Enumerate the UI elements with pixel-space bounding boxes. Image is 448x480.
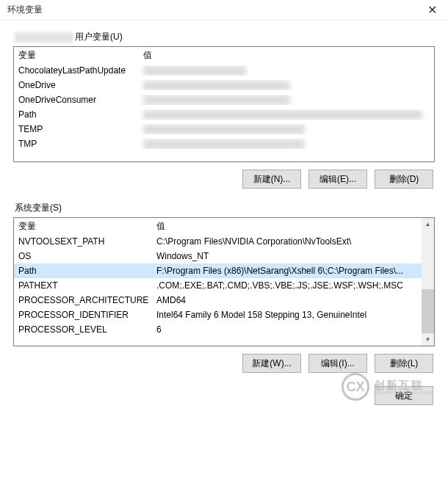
variable-name: Path: [14, 109, 139, 120]
close-icon: ✕: [427, 3, 437, 17]
blurred-value: [143, 110, 422, 120]
variable-name: OneDriveConsumer: [14, 95, 139, 105]
user-variables-label: 用户变量(U): [13, 31, 435, 43]
system-variables-group: 系统变量(S) 变量 值 NVTOOLSEXT_PATHC:\Program F…: [13, 202, 435, 373]
table-row[interactable]: TMP: [14, 137, 434, 151]
table-row[interactable]: OneDriveConsumer: [14, 92, 434, 107]
table-row[interactable]: Path: [14, 107, 434, 122]
variable-name: PROCESSOR_ARCHITECTURE: [14, 295, 152, 305]
system-list-body: NVTOOLSEXT_PATHC:\Program Files\NVIDIA C…: [14, 234, 422, 337]
system-header-value[interactable]: 值: [152, 218, 422, 234]
dialog-footer: 确定 CX 创新互联 CHUANG XIN HU LIAN: [13, 386, 435, 405]
variable-name: PROCESSOR_LEVEL: [14, 324, 152, 335]
variable-name: OS: [14, 251, 152, 261]
table-row[interactable]: OneDrive: [14, 78, 434, 92]
variable-value: [139, 124, 434, 134]
table-row[interactable]: NVTOOLSEXT_PATHC:\Program Files\NVIDIA C…: [14, 234, 422, 249]
variable-value: Windows_NT: [152, 251, 422, 261]
scroll-down-icon[interactable]: ▼: [422, 333, 434, 346]
table-row[interactable]: ChocolateyLastPathUpdate: [14, 63, 434, 78]
table-row[interactable]: TEMP: [14, 122, 434, 137]
user-delete-button[interactable]: 删除(D): [375, 170, 433, 189]
variable-name: Path: [14, 266, 152, 276]
blurred-value: [143, 125, 305, 134]
variable-name: NVTOOLSEXT_PATH: [14, 236, 152, 247]
user-list-header: 变量 值: [14, 47, 434, 63]
close-button[interactable]: ✕: [416, 0, 448, 21]
window-title: 环境变量: [7, 4, 43, 16]
blurred-value: [143, 95, 290, 105]
variable-value: F:\Program Files (x86)\NetSarang\Xshell …: [152, 266, 422, 276]
system-scrollbar[interactable]: ▲ ▼: [422, 218, 434, 346]
table-row[interactable]: PROCESSOR_IDENTIFIERIntel64 Family 6 Mod…: [14, 308, 422, 322]
table-row[interactable]: PROCESSOR_ARCHITECTUREAMD64: [14, 293, 422, 308]
system-variables-label: 系统变量(S): [13, 202, 435, 214]
system-edit-button[interactable]: 编辑(I)...: [308, 354, 367, 373]
table-row[interactable]: PATHEXT.COM;.EXE;.BAT;.CMD;.VBS;.VBE;.JS…: [14, 278, 422, 293]
system-variables-list[interactable]: 变量 值 NVTOOLSEXT_PATHC:\Program Files\NVI…: [13, 217, 435, 346]
table-row[interactable]: OSWindows_NT: [14, 249, 422, 263]
variable-value: Intel64 Family 6 Model 158 Stepping 13, …: [152, 310, 422, 320]
system-buttons-row: 新建(W)... 编辑(I)... 删除(L): [13, 354, 435, 373]
variable-value: AMD64: [152, 295, 422, 305]
system-list-header: 变量 值: [14, 218, 422, 234]
table-row[interactable]: PathF:\Program Files (x86)\NetSarang\Xsh…: [14, 263, 422, 278]
blurred-value: [143, 81, 290, 90]
blurred-value: [143, 139, 305, 149]
blurred-value: [143, 66, 246, 76]
user-variables-list[interactable]: 变量 值 ChocolateyLastPathUpdateOneDriveOne…: [13, 46, 435, 162]
variable-name: TMP: [14, 139, 139, 149]
watermark-logo: CX: [342, 373, 369, 401]
variable-value: [139, 109, 434, 120]
user-new-button[interactable]: 新建(N)...: [242, 170, 301, 189]
user-edit-button[interactable]: 编辑(E)...: [308, 170, 367, 189]
user-header-variable[interactable]: 变量: [14, 47, 139, 63]
dialog-content: 用户变量(U) 变量 值 ChocolateyLastPathUpdateOne…: [0, 21, 448, 412]
variable-value: C:\Program Files\NVIDIA Corporation\NvTo…: [152, 236, 422, 247]
blurred-username: [15, 32, 73, 43]
variable-value: [139, 95, 434, 105]
system-header-variable[interactable]: 变量: [14, 218, 152, 234]
variable-name: TEMP: [14, 124, 139, 134]
variable-value: [139, 80, 434, 90]
variable-value: 6: [152, 324, 422, 335]
variable-name: PATHEXT: [14, 280, 152, 291]
variable-value: [139, 65, 434, 76]
variable-name: PROCESSOR_IDENTIFIER: [14, 310, 152, 320]
system-delete-button[interactable]: 删除(L): [375, 354, 433, 373]
variable-name: ChocolateyLastPathUpdate: [14, 65, 139, 76]
table-row[interactable]: PROCESSOR_LEVEL6: [14, 322, 422, 337]
titlebar: 环境变量 ✕: [0, 0, 448, 21]
user-buttons-row: 新建(N)... 编辑(E)... 删除(D): [13, 170, 435, 189]
user-header-value[interactable]: 值: [139, 47, 434, 63]
ok-button[interactable]: 确定: [375, 386, 433, 405]
variable-value: [139, 139, 434, 149]
user-variables-group: 用户变量(U) 变量 值 ChocolateyLastPathUpdateOne…: [13, 31, 435, 189]
scroll-thumb[interactable]: [422, 289, 434, 333]
variable-name: OneDrive: [14, 80, 139, 90]
variable-value: .COM;.EXE;.BAT;.CMD;.VBS;.VBE;.JS;.JSE;.…: [152, 280, 422, 291]
user-list-body: ChocolateyLastPathUpdateOneDriveOneDrive…: [14, 63, 434, 151]
scroll-up-icon[interactable]: ▲: [422, 218, 434, 230]
system-new-button[interactable]: 新建(W)...: [242, 354, 301, 373]
